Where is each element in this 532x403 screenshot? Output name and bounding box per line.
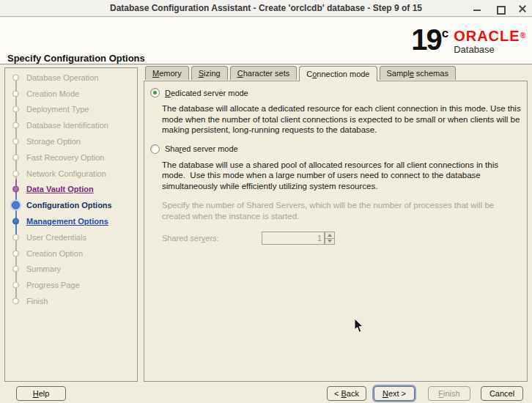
sidebar-item-database-identification: Database Identification — [5, 117, 137, 133]
shared-servers-stepper — [325, 232, 335, 245]
tab-sizing[interactable]: Sizing — [191, 66, 228, 80]
step-dot — [12, 106, 19, 113]
logo-version: 19 — [411, 23, 441, 56]
title-bar: Database Configuration Assistant - Creat… — [0, 0, 532, 17]
sidebar-item-user-credentials: User Credentials — [5, 229, 137, 245]
tab-character-sets[interactable]: Character sets — [230, 66, 298, 80]
step-dot — [12, 282, 19, 289]
cancel-button[interactable]: Cancel — [481, 386, 523, 401]
step-dot — [12, 218, 19, 225]
wizard-nav-buttons: < Back Next > Finish Cancel — [327, 386, 523, 401]
window-controls — [472, 0, 528, 17]
configuration-tabs: Memory Sizing Character sets Connection … — [145, 66, 456, 81]
step-dot — [12, 170, 19, 177]
page-title: Specify Configuration Options — [7, 53, 145, 64]
logo-version-suffix: c — [442, 26, 448, 41]
sidebar-item-database-operation: Database Operation — [5, 70, 137, 86]
window-title: Database Configuration Assistant - Creat… — [110, 3, 422, 13]
dedicated-server-mode-radio[interactable]: Dedicated server mode — [150, 88, 518, 97]
step-dot — [12, 298, 19, 305]
shared-server-mode-radio[interactable]: Shared server mode — [150, 144, 518, 154]
dbca-wizard-window: { "window": { "title": "Database Configu… — [0, 0, 532, 403]
sidebar-item-network-configuration: Network Configuration — [5, 166, 137, 182]
sidebar-item-deployment-type: Deployment Type — [5, 102, 137, 118]
minimize-icon[interactable] — [472, 4, 482, 14]
spinner-down-icon[interactable] — [325, 239, 335, 245]
back-button[interactable]: < Back — [327, 386, 366, 401]
dedicated-server-mode-label: Dedicated server mode — [165, 89, 248, 97]
wizard-steps-sidebar: Database Operation Creation Mode Deploym… — [4, 67, 138, 382]
spinner-up-icon[interactable] — [325, 232, 335, 239]
radio-selected-icon[interactable] — [150, 88, 160, 97]
close-icon[interactable] — [517, 4, 528, 14]
step-dot-current — [12, 202, 20, 210]
sidebar-item-data-vault-option[interactable]: Data Vault Option — [5, 182, 137, 198]
connection-mode-panel: Dedicated server mode The database will … — [144, 81, 528, 382]
step-dot — [12, 250, 19, 256]
oracle-19c-logo: 19 c ORACLE® Database — [411, 23, 526, 56]
shared-servers-note: Specify the number of Shared Servers, wh… — [162, 200, 524, 221]
step-dot — [12, 266, 19, 273]
registered-mark: ® — [520, 32, 526, 40]
tab-connection-mode[interactable]: Connection mode — [299, 66, 377, 81]
sidebar-item-creation-mode: Creation Mode — [5, 86, 137, 102]
step-dot — [12, 154, 19, 160]
shared-servers-row: Shared servers: 1 — [162, 232, 518, 245]
shared-server-mode-label: Shared server mode — [165, 144, 238, 153]
sidebar-item-fast-recovery-option: Fast Recovery Option — [5, 149, 137, 166]
oracle-wordmark: ORACLE® — [454, 29, 526, 43]
wizard-header: Specify Configuration Options 19 c ORACL… — [0, 18, 532, 64]
shared-servers-label: Shared servers: — [162, 234, 262, 243]
sidebar-item-summary: Summary — [5, 262, 137, 278]
step-dot — [12, 138, 19, 145]
maximize-icon[interactable] — [495, 4, 505, 14]
sidebar-item-storage-option: Storage Option — [5, 133, 137, 149]
sidebar-item-finish: Finish — [5, 293, 137, 309]
shared-server-mode-description: The database will use a shared pool of a… — [162, 160, 524, 192]
sidebar-item-creation-option: Creation Option — [5, 245, 137, 262]
sidebar-item-configuration-options: Configuration Options — [5, 197, 137, 213]
step-dot — [12, 186, 19, 193]
dedicated-server-mode-description: The database will allocate a dedicated r… — [162, 103, 524, 136]
step-dot — [12, 122, 19, 129]
logo-product-label: Database — [454, 44, 526, 55]
shared-servers-input[interactable]: 1 — [262, 232, 325, 245]
step-dot — [12, 90, 19, 97]
help-button[interactable]: Help — [16, 386, 66, 401]
next-button[interactable]: Next > — [374, 386, 415, 401]
radio-unselected-icon[interactable] — [150, 144, 160, 154]
finish-button: Finish — [428, 386, 470, 401]
step-dot — [12, 74, 19, 81]
step-dot — [12, 234, 19, 240]
tab-sample-schemas[interactable]: Sample schemas — [380, 66, 456, 80]
sidebar-item-progress-page: Progress Page — [5, 277, 137, 293]
tab-memory[interactable]: Memory — [145, 66, 189, 80]
sidebar-item-management-options[interactable]: Management Options — [5, 213, 137, 229]
